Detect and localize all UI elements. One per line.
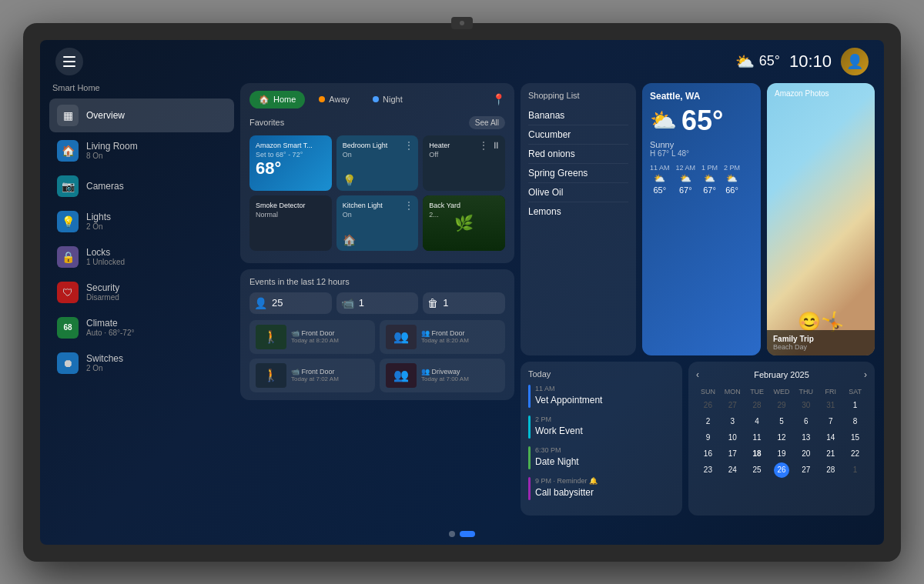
shopping-item-cucumber[interactable]: Cucumber: [528, 125, 628, 145]
cal-day-23[interactable]: 23: [700, 462, 715, 478]
cal-day-27b[interactable]: 27: [798, 462, 814, 478]
device-card-bedroom-light[interactable]: Bedroom Light On ⋮ 💡: [336, 135, 419, 191]
schedule-event-1[interactable]: 2 PM Work Event: [528, 415, 675, 439]
cal-day-28b[interactable]: 28: [823, 462, 839, 478]
night-dot: [373, 96, 379, 102]
device-card-thermostat[interactable]: Amazon Smart T... Set to 68° - 72° 68°: [249, 135, 332, 191]
photos-caption-title: Family Trip: [773, 335, 869, 343]
cal-day-5[interactable]: 5: [774, 414, 789, 429]
dot-1[interactable]: [449, 531, 455, 537]
kitchen-light-menu[interactable]: ⋮: [404, 200, 413, 211]
device-card-heater[interactable]: Heater Off ⏸ ⋮: [423, 135, 505, 191]
device-card-yard[interactable]: 🌿 Back Yard 2...: [423, 195, 505, 251]
security-label: Security: [86, 282, 119, 293]
cal-day-14[interactable]: 14: [823, 430, 839, 446]
calendar-prev-button[interactable]: ‹: [696, 369, 699, 380]
shopping-item-bananas[interactable]: Bananas: [528, 106, 628, 125]
nav-item-living-room[interactable]: 🏠 Living Room 8 On: [49, 134, 234, 168]
yard-name: Back Yard: [429, 202, 499, 209]
mode-tabs: 🏠 Home Away Night 📍: [249, 91, 505, 108]
cal-header-tue: TUE: [745, 386, 769, 397]
nav-item-lights[interactable]: 💡 Lights 2 On: [49, 205, 234, 239]
tv-frame: ⛅ 65° 10:10 👤 Smart Home ▦ Overview 🏠: [23, 23, 901, 562]
cal-day-3[interactable]: 3: [725, 414, 740, 429]
cal-day-17[interactable]: 17: [725, 446, 740, 462]
mode-tab-away[interactable]: Away: [310, 91, 359, 108]
event-item-1[interactable]: 🚶 📹 Front Door Today at 8:20 AM: [249, 320, 375, 354]
mode-tab-night[interactable]: Night: [363, 91, 412, 108]
cal-day-20[interactable]: 20: [798, 446, 814, 462]
nav-item-locks[interactable]: 🔒 Locks 1 Unlocked: [49, 240, 234, 274]
device-card-kitchen-light[interactable]: Kitchen Light On ⋮ 🏠: [336, 195, 419, 251]
schedule-event-0[interactable]: 11 AM Vet Appointment: [528, 385, 675, 408]
cal-day-4[interactable]: 4: [749, 414, 765, 429]
event-thumb-4: 👥: [386, 363, 417, 388]
cal-day-1b[interactable]: 1: [848, 462, 863, 478]
cal-day-26-today[interactable]: 26: [774, 462, 789, 478]
switches-sub: 2 On: [86, 364, 123, 372]
shopping-item-spring-greens[interactable]: Spring Greens: [528, 164, 628, 183]
cal-day-13[interactable]: 13: [798, 430, 814, 446]
photos-panel[interactable]: Amazon Photos 😊🤸 Family Trip Beach Day: [767, 83, 875, 355]
dot-2-active[interactable]: [460, 531, 475, 537]
cal-day-7[interactable]: 7: [823, 414, 839, 429]
cal-day-6[interactable]: 6: [798, 414, 814, 429]
cal-day-16[interactable]: 16: [700, 446, 715, 462]
heater-status: Off: [429, 151, 499, 159]
top-bar: ⛅ 65° 10:10 👤: [40, 40, 884, 83]
see-all-button[interactable]: See All: [469, 116, 505, 129]
right-section: Shopping List Bananas Cucumber Red onion…: [521, 83, 875, 516]
user-avatar[interactable]: 👤: [841, 48, 869, 75]
cal-day-25[interactable]: 25: [749, 462, 765, 478]
cal-day-30a[interactable]: 30: [798, 398, 814, 413]
cal-day-24[interactable]: 24: [725, 462, 740, 478]
nav-item-switches[interactable]: ⏺ Switches 2 On: [49, 346, 234, 380]
cal-day-26a[interactable]: 26: [700, 398, 715, 413]
person-count-card[interactable]: 👤 25: [249, 292, 332, 314]
camera-count-card[interactable]: 📹 1: [336, 292, 419, 314]
shopping-item-red-onions[interactable]: Red onions: [528, 145, 628, 164]
shopping-item-lemons[interactable]: Lemons: [528, 202, 628, 221]
cal-day-1a[interactable]: 1: [848, 398, 863, 413]
cal-day-21[interactable]: 21: [823, 446, 839, 462]
schedule-event-2[interactable]: 6:30 PM Date Night: [528, 446, 675, 469]
nav-item-cameras[interactable]: 📷 Cameras: [49, 169, 234, 203]
weather-big-icon: ⛅: [650, 108, 677, 133]
menu-button[interactable]: [55, 48, 83, 75]
nav-item-climate[interactable]: 68 Climate Auto · 68°-72°: [49, 311, 234, 345]
shopping-item-olive-oil[interactable]: Olive Oil: [528, 183, 628, 202]
cal-day-9[interactable]: 9: [700, 430, 715, 446]
device-card-smoke[interactable]: Smoke Detector Normal: [249, 195, 332, 251]
bedroom-light-menu[interactable]: ⋮: [404, 140, 413, 151]
smart-home-title: Smart Home: [49, 83, 234, 92]
events-grid: 🚶 📹 Front Door Today at 8:20 AM 👥 👥 Fron…: [249, 320, 505, 392]
cal-day-18[interactable]: 18: [749, 446, 765, 462]
cal-day-11[interactable]: 11: [749, 430, 765, 446]
cal-day-22[interactable]: 22: [848, 446, 863, 462]
event-item-4[interactable]: 👥 👥 Driveway Today at 7:00 AM: [380, 359, 505, 392]
cal-day-8[interactable]: 8: [848, 414, 863, 429]
schedule-event-3[interactable]: 9 PM · Reminder 🔔 Call babysitter: [528, 477, 675, 500]
cal-day-12[interactable]: 12: [774, 430, 789, 446]
heater-menu[interactable]: ⏸: [491, 140, 500, 151]
nav-item-overview[interactable]: ▦ Overview: [49, 98, 234, 132]
heater-more[interactable]: ⋮: [479, 140, 488, 151]
event-thumb-2: 👥: [386, 325, 417, 349]
cal-day-27a[interactable]: 27: [725, 398, 740, 413]
calendar-next-button[interactable]: ›: [864, 369, 867, 380]
mode-tab-home[interactable]: 🏠 Home: [249, 91, 305, 108]
shopping-panel: Shopping List Bananas Cucumber Red onion…: [521, 83, 636, 355]
cal-day-31a[interactable]: 31: [823, 398, 839, 413]
cal-day-28a[interactable]: 28: [749, 398, 765, 413]
cal-day-29a[interactable]: 29: [774, 398, 789, 413]
cal-day-15[interactable]: 15: [848, 430, 863, 446]
motion-count-card[interactable]: 🗑 1: [423, 292, 505, 314]
nav-item-security[interactable]: 🛡 Security Disarmed: [49, 275, 234, 309]
photo-people: 😊🤸: [798, 311, 844, 332]
event-item-2[interactable]: 👥 👥 Front Door Today at 8:20 AM: [380, 320, 505, 354]
cal-day-2[interactable]: 2: [700, 414, 715, 429]
cal-day-10[interactable]: 10: [725, 430, 740, 446]
living-room-sub: 8 On: [86, 152, 138, 160]
event-item-3[interactable]: 🚶 📹 Front Door Today at 7:02 AM: [249, 359, 375, 392]
cal-day-19[interactable]: 19: [774, 446, 789, 462]
